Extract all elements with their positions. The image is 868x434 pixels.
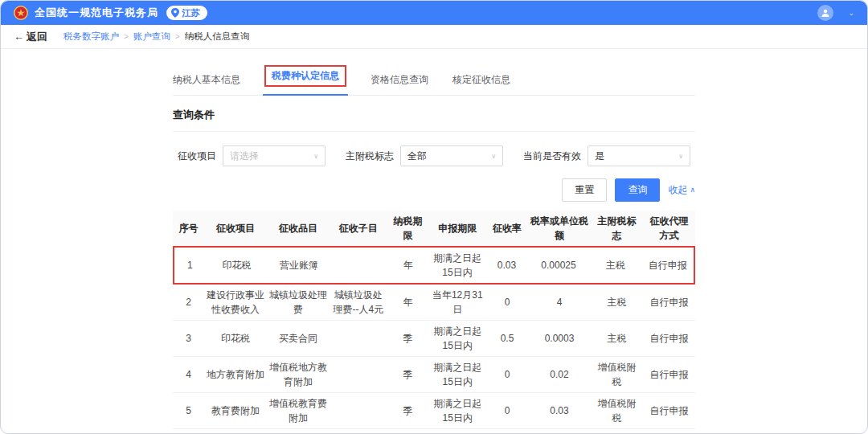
tab-bar: 纳税人基本信息税费种认定信息资格信息查询核定征收信息 bbox=[173, 49, 695, 96]
table-cell bbox=[330, 407, 387, 414]
search-button[interactable]: 查询 bbox=[615, 178, 660, 202]
table-cell: 自行申报 bbox=[643, 292, 695, 313]
tab-3[interactable]: 核定征收信息 bbox=[452, 70, 510, 95]
tab-1[interactable]: 税费种认定信息 bbox=[264, 62, 346, 95]
account-menu-chevron-down-icon[interactable]: ⌄ bbox=[848, 9, 854, 17]
back-button-label: 返回 bbox=[27, 30, 47, 44]
table-cell: 自行申报 bbox=[643, 328, 695, 349]
table-cell: 期满之日起15日内 bbox=[429, 393, 487, 428]
table-cell: 季 bbox=[387, 400, 429, 421]
table-cell: 年 bbox=[387, 255, 429, 276]
table-cell: 主税 bbox=[591, 292, 643, 313]
region-badge[interactable]: 江苏 bbox=[166, 6, 207, 20]
column-header-6: 征收率 bbox=[486, 218, 528, 239]
table-row[interactable]: 4地方教育附加增值税地方教育附加季期满之日起15日内00.02增值税附税自行申报 bbox=[173, 357, 695, 393]
region-badge-label: 江苏 bbox=[182, 7, 200, 19]
table-cell: 期满之日起15日内 bbox=[429, 357, 487, 392]
table-cell: 2 bbox=[173, 292, 204, 313]
chevron-up-icon: ∧ bbox=[690, 186, 695, 194]
query-section-title: 查询条件 bbox=[173, 96, 695, 132]
table-cell: 期满之日起15日内 bbox=[429, 321, 487, 356]
table-cell: 买卖合同 bbox=[267, 328, 330, 349]
filter-select-value-1: 全部 bbox=[407, 149, 427, 163]
table-cell: 0.03 bbox=[486, 255, 528, 276]
column-header-0: 序号 bbox=[173, 218, 204, 239]
tab-label-3: 核定征收信息 bbox=[452, 74, 510, 85]
filter-group-1: 主附税标志全部∨ bbox=[346, 145, 503, 166]
filter-label-2: 当前是否有效 bbox=[523, 149, 581, 163]
filter-select-value-0: 请选择 bbox=[230, 149, 259, 163]
app-window: 全国统一规范电子税务局 江苏 ⌄ ← 返回 税务数字账户>账户查询>纳税人信息查… bbox=[0, 0, 868, 434]
table-cell: 季 bbox=[387, 328, 429, 349]
table-cell: 建设行政事业性收费收入 bbox=[204, 285, 267, 320]
tab-label-1: 税费种认定信息 bbox=[264, 65, 346, 87]
table-cell: 自行申报 bbox=[643, 364, 695, 385]
table-cell: 增值税地方教育附加 bbox=[267, 357, 330, 392]
person-icon bbox=[821, 8, 830, 18]
table-cell: 增值税附税 bbox=[591, 393, 643, 428]
table-cell: 0.00025 bbox=[527, 255, 590, 276]
column-header-4: 纳税期限 bbox=[387, 211, 429, 246]
table-cell: 3 bbox=[173, 328, 204, 349]
table-cell: 地方教育附加 bbox=[204, 364, 267, 385]
table-cell: 印花税 bbox=[204, 328, 267, 349]
table-cell: 4 bbox=[528, 292, 591, 313]
tab-0[interactable]: 纳税人基本信息 bbox=[173, 70, 240, 95]
back-button[interactable]: ← 返回 bbox=[14, 30, 47, 44]
table-cell bbox=[330, 335, 387, 342]
collapse-link-label: 收起 bbox=[668, 183, 687, 197]
column-header-2: 征收品目 bbox=[267, 218, 330, 239]
breadcrumb-item-2: 纳税人信息查询 bbox=[185, 31, 250, 43]
table-cell: 季 bbox=[387, 364, 429, 385]
table-cell: 1 bbox=[174, 255, 206, 276]
column-header-7: 税率或单位税额 bbox=[528, 211, 591, 246]
filter-select-1[interactable]: 全部∨ bbox=[400, 145, 503, 166]
national-emblem-icon bbox=[14, 6, 28, 20]
collapse-link[interactable]: 收起 ∧ bbox=[668, 183, 695, 197]
reset-button[interactable]: 重置 bbox=[562, 178, 607, 202]
table-cell: 主税 bbox=[590, 255, 642, 276]
table-cell: 5 bbox=[173, 400, 204, 421]
table-cell: 自行申报 bbox=[643, 400, 695, 421]
filter-select-value-2: 是 bbox=[595, 149, 604, 163]
breadcrumb: 税务数字账户>账户查询>纳税人信息查询 bbox=[63, 31, 249, 43]
column-header-3: 征收子目 bbox=[330, 218, 387, 239]
table-row[interactable]: 1印花税营业账簿年期满之日起15日内0.030.00025主税自行申报 bbox=[173, 246, 695, 285]
breadcrumb-separator: > bbox=[124, 32, 129, 41]
filter-select-2[interactable]: 是∨ bbox=[588, 145, 690, 166]
table-cell: 0.5 bbox=[486, 328, 528, 349]
top-bar: 全国统一规范电子税务局 江苏 ⌄ bbox=[1, 1, 867, 25]
breadcrumb-item-1[interactable]: 账户查询 bbox=[133, 31, 170, 43]
table-cell: 增值税附税 bbox=[591, 429, 643, 434]
user-avatar[interactable] bbox=[817, 5, 833, 21]
results-table: 序号征收项目征收品目征收子目纳税期限申报期限征收率税率或单位税额主附税标志征收代… bbox=[173, 211, 695, 434]
table-row[interactable]: 2建设行政事业性收费收入城镇垃圾处理费城镇垃圾处理费--人4元年当年12月31日… bbox=[173, 285, 695, 321]
location-pin-icon bbox=[171, 8, 179, 18]
table-cell: 0 bbox=[486, 292, 528, 313]
back-arrow-icon: ← bbox=[14, 31, 24, 43]
table-cell: 年 bbox=[387, 292, 429, 313]
breadcrumb-separator: > bbox=[175, 32, 180, 41]
filter-select-0[interactable]: 请选择∨ bbox=[223, 145, 326, 166]
tab-2[interactable]: 资格信息查询 bbox=[371, 70, 428, 95]
table-cell: 0 bbox=[486, 364, 528, 385]
table-cell: 0.0003 bbox=[528, 328, 591, 349]
table-row[interactable]: 5教育费附加增值税教育费附加季期满之日起15日内00.03增值税附税自行申报 bbox=[173, 393, 695, 429]
table-cell: 城镇垃圾处理费--人4元 bbox=[330, 285, 387, 320]
table-cell: 期满之日起15日内 bbox=[429, 248, 486, 283]
table-cell: 当年12月31日 bbox=[429, 285, 487, 320]
table-header-row: 序号征收项目征收品目征收子目纳税期限申报期限征收率税率或单位税额主附税标志征收代… bbox=[173, 211, 695, 246]
table-row[interactable]: 3印花税买卖合同季期满之日起15日内0.50.0003主税自行申报 bbox=[173, 321, 695, 357]
table-cell bbox=[330, 371, 387, 378]
table-cell: 增值税教育费附加 bbox=[267, 393, 330, 428]
main-content: 纳税人基本信息税费种认定信息资格信息查询核定征收信息 查询条件 征收项目请选择∨… bbox=[173, 49, 695, 434]
breadcrumb-bar: ← 返回 税务数字账户>账户查询>纳税人信息查询 bbox=[1, 25, 867, 49]
chevron-down-icon: ∨ bbox=[313, 153, 318, 160]
breadcrumb-item-0[interactable]: 税务数字账户 bbox=[63, 31, 119, 43]
table-cell: 印花税 bbox=[206, 255, 268, 276]
filter-label-0: 征收项目 bbox=[178, 149, 216, 163]
chevron-down-icon: ∨ bbox=[491, 153, 496, 160]
table-row[interactable]: 6城市维护建设税市区（增值税附征）季期满之日起15日内00.07增值税附税自行申… bbox=[173, 429, 695, 434]
filter-row: 征收项目请选择∨主附税标志全部∨当前是否有效是∨ bbox=[173, 132, 695, 166]
table-cell: 城镇垃圾处理费 bbox=[267, 285, 330, 320]
